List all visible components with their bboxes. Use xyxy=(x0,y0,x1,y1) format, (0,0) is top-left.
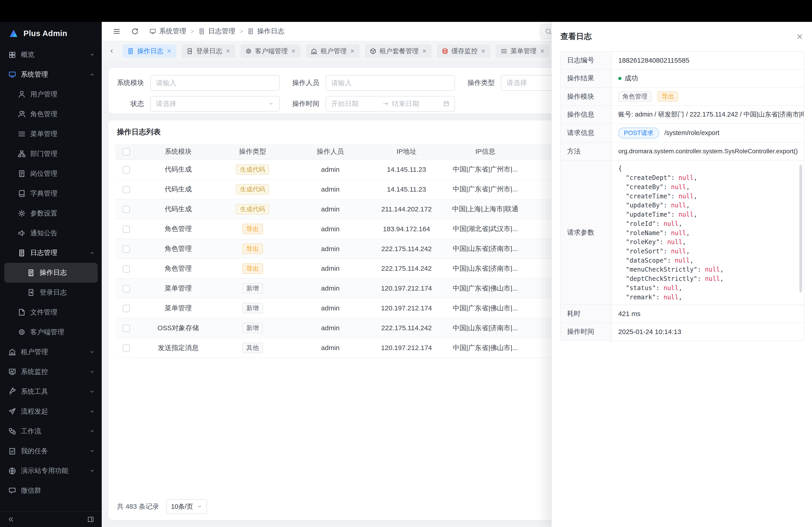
breadcrumb-item[interactable]: 操作日志 xyxy=(247,27,284,36)
row-checkbox[interactable] xyxy=(123,206,130,213)
row-checkbox[interactable] xyxy=(123,305,130,312)
breadcrumb: 系统管理>日志管理>操作日志 xyxy=(149,27,285,36)
sidebar-item-loginlog[interactable]: 登录日志 xyxy=(0,283,102,302)
sidebar-item-label: 日志管理 xyxy=(30,248,57,257)
sidebar-item-monitor[interactable]: 系统监控 xyxy=(0,362,102,381)
loginlog-icon xyxy=(186,48,193,55)
notice-icon xyxy=(18,229,26,237)
column-header[interactable]: IP信息 xyxy=(438,144,532,160)
filter-daterange[interactable]: 开始日期结束日期 xyxy=(326,96,455,111)
detail-label: 耗时 xyxy=(561,305,612,323)
cell-ip: 120.197.212.174 xyxy=(375,298,438,318)
cell-ip: 14.145.11.23 xyxy=(375,179,438,199)
sidebar-item-wechat[interactable]: 微信群 xyxy=(0,481,102,501)
tabs-scroll-left-button[interactable] xyxy=(106,45,117,57)
column-header[interactable]: 系统模块 xyxy=(137,144,219,160)
sidebar-item-system[interactable]: 系统管理 xyxy=(0,65,102,85)
column-header[interactable]: 操作类型 xyxy=(219,144,286,160)
sidebar-item-workflow[interactable]: 工作流 xyxy=(0,421,102,441)
tab-redis[interactable]: 缓存监控 xyxy=(437,44,491,58)
close-icon[interactable] xyxy=(481,48,486,54)
sidebar-item-user[interactable]: 用户管理 xyxy=(0,85,102,104)
filter-label: 操作类型 xyxy=(467,78,501,88)
sidebar-item-label: 工作流 xyxy=(21,427,41,436)
sidebar-item-label: 部门管理 xyxy=(30,149,57,159)
sidebar-item-param[interactable]: 参数设置 xyxy=(0,203,102,223)
close-icon[interactable] xyxy=(166,48,172,54)
sidebar-item-log[interactable]: 日志管理 xyxy=(0,243,102,263)
detail-row-method: 方法 org.dromara.system.controller.system.… xyxy=(561,142,804,160)
sidebar-item-label: 租户管理 xyxy=(21,347,48,357)
sidebar-item-role[interactable]: 角色管理 xyxy=(0,104,102,124)
close-icon[interactable] xyxy=(422,48,427,54)
sidebar-item-tasks[interactable]: 我的任务 xyxy=(0,441,102,461)
row-checkbox[interactable] xyxy=(123,245,130,253)
sidebar-item-demo[interactable]: 演示站专用功能 xyxy=(0,461,102,481)
operation-type-badge: 导出 xyxy=(242,263,263,274)
close-icon[interactable] xyxy=(291,48,296,54)
column-header[interactable]: 操作人员 xyxy=(286,144,375,160)
sidebar-item-notice[interactable]: 通知公告 xyxy=(0,223,102,243)
code-scrollbar[interactable] xyxy=(799,165,802,292)
sidebar-item-menu[interactable]: 菜单管理 xyxy=(0,124,102,144)
sidebar-item-dict[interactable]: 字典管理 xyxy=(0,183,102,203)
app-logo[interactable]: Plus Admin xyxy=(0,22,102,45)
row-checkbox[interactable] xyxy=(123,186,130,193)
collapse-sidebar-icon[interactable] xyxy=(7,516,14,523)
page-size-select[interactable]: 10条/页 xyxy=(166,499,207,514)
filter-select-3[interactable]: 请选择 xyxy=(150,96,280,111)
close-icon[interactable] xyxy=(540,48,545,54)
sidebar-item-label: 角色管理 xyxy=(30,109,57,119)
sidebar-item-dept[interactable]: 部门管理 xyxy=(0,144,102,164)
close-icon[interactable] xyxy=(796,33,804,41)
tab-package[interactable]: 租户套餐管理 xyxy=(365,44,432,58)
cell-module: 代码生成 xyxy=(137,199,219,219)
sidebar-item-file[interactable]: 文件管理 xyxy=(0,302,102,322)
chevron-down-icon xyxy=(89,389,95,394)
tab-menu[interactable]: 菜单管理 xyxy=(496,44,549,58)
row-checkbox[interactable] xyxy=(123,325,130,332)
tab-tenant[interactable]: 租户管理 xyxy=(306,44,360,58)
sidebar-item-post[interactable]: 岗位管理 xyxy=(0,164,102,183)
row-checkbox[interactable] xyxy=(123,265,130,272)
sidebar-item-overview[interactable]: 概览 xyxy=(0,45,102,65)
row-checkbox[interactable] xyxy=(123,166,130,174)
breadcrumb-item[interactable]: 日志管理 xyxy=(198,27,235,36)
sidebar-item-oplog[interactable]: 操作日志 xyxy=(4,263,98,283)
row-checkbox[interactable] xyxy=(123,285,130,292)
dock-layout-icon[interactable] xyxy=(87,516,94,523)
sidebar-item-tools[interactable]: 系统工具 xyxy=(0,381,102,402)
sidebar-item-label: 文件管理 xyxy=(30,308,57,317)
operation-type-badge: 新增 xyxy=(242,283,263,293)
result-value: 成功 xyxy=(612,70,804,88)
tab-loginlog[interactable]: 登录日志 xyxy=(182,44,235,58)
sidebar-item-flow[interactable]: 流程发起 xyxy=(0,402,102,421)
detail-label: 日志编号 xyxy=(561,51,612,70)
close-icon[interactable] xyxy=(350,48,355,54)
log-icon xyxy=(198,28,205,35)
column-header[interactable]: IP地址 xyxy=(375,144,438,160)
cell-module: 发送指定消息 xyxy=(137,338,219,358)
cell-ip: 183.94.172.164 xyxy=(375,219,438,239)
tab-client[interactable]: 客户端管理 xyxy=(241,44,301,58)
row-checkbox[interactable] xyxy=(123,344,130,352)
row-checkbox[interactable] xyxy=(123,226,130,233)
sidebar-item-client[interactable]: 客户端管理 xyxy=(0,322,102,342)
tab-oplog[interactable]: 操作日志 xyxy=(123,44,176,58)
detail-row-module: 操作模块 角色管理 导出 xyxy=(561,88,804,106)
breadcrumb-separator: > xyxy=(240,28,243,35)
breadcrumb-item[interactable]: 系统管理 xyxy=(149,27,186,36)
filter-input-0[interactable] xyxy=(150,75,280,91)
cell-ip: 120.197.212.174 xyxy=(375,278,438,298)
drawer-header: 查看日志 xyxy=(552,22,812,51)
view-log-drawer: 查看日志 日志编号 1882612840802115585 操作结果 成功 操作… xyxy=(551,22,812,527)
detail-label: 请求参数 xyxy=(561,160,612,305)
refresh-icon[interactable] xyxy=(131,28,139,35)
filter-input-1[interactable] xyxy=(326,75,455,91)
app-title: Plus Admin xyxy=(24,29,67,38)
sidebar-item-tenant[interactable]: 租户管理 xyxy=(0,342,102,362)
detail-label: 操作模块 xyxy=(561,88,612,106)
select-all-checkbox[interactable] xyxy=(123,148,130,155)
close-icon[interactable] xyxy=(225,48,231,54)
hamburger-icon[interactable] xyxy=(113,28,121,35)
